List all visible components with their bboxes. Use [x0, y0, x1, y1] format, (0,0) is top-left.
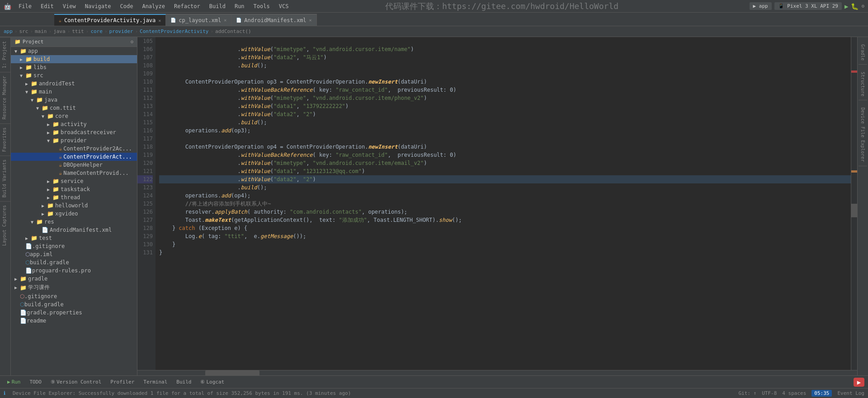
menu-code[interactable]: Code	[117, 2, 137, 10]
menu-edit[interactable]: Edit	[37, 2, 57, 10]
menu-refactor[interactable]: Refactor	[170, 2, 204, 10]
logcat-label: Logcat	[206, 379, 224, 385]
bc-src[interactable]: src	[19, 28, 28, 34]
debug-btn[interactable]: 🐛	[851, 3, 859, 10]
run-button[interactable]: ▶ Run	[4, 378, 24, 386]
tree-helloworld[interactable]: ▶ 📁 helloworld	[11, 201, 137, 210]
terminal-button[interactable]: Terminal	[140, 378, 171, 386]
tree-test[interactable]: ▶ 📁 test	[11, 234, 137, 242]
tree-provider[interactable]: ▼ 📁 provider	[11, 136, 137, 145]
line-numbers: 105 106 107 108 109 110 111 112 113 114 …	[137, 37, 156, 370]
tree-libs[interactable]: ▶ 📁 libs	[11, 63, 137, 71]
play-video-btn[interactable]: ▶	[854, 378, 864, 387]
bc-app[interactable]: app	[4, 28, 13, 34]
tab-android-manifest[interactable]: 📄 AndroidManifest.xml ✕	[231, 14, 316, 26]
indent[interactable]: 4 spaces	[782, 390, 806, 396]
tree-namecontentprovider[interactable]: ☕ NameContentProvid...	[11, 169, 137, 177]
encoding[interactable]: UTF-8	[762, 390, 777, 396]
menu-analyze[interactable]: Analyze	[138, 2, 169, 10]
tree-appiml[interactable]: ⬡ app.iml	[11, 250, 137, 258]
tree-comttit[interactable]: ▼ 📁 com.ttit	[11, 104, 137, 112]
tree-taskstack[interactable]: ▶ 📁 taskstack	[11, 185, 137, 193]
tree-thread[interactable]: ▶ 📁 thread	[11, 193, 137, 201]
tree-proguard[interactable]: 📄 proguard-rules.pro	[11, 267, 137, 275]
tab-close-3[interactable]: ✕	[309, 18, 312, 23]
tree-gitignore-app[interactable]: 📄 .gitignore	[11, 242, 137, 250]
left-tab-build-variants[interactable]: Build Variants	[0, 155, 10, 201]
tab-close-2[interactable]: ✕	[224, 18, 226, 23]
toolbar-more[interactable]: ⚙	[861, 3, 864, 9]
left-tab-resource[interactable]: Resource Manager	[0, 72, 10, 123]
tree-xuexikejian[interactable]: ▶ 📁 学习课件	[11, 283, 137, 292]
tree-xgvideo[interactable]: ▶ 📁 xgvideo	[11, 210, 137, 218]
tab-device-file-explorer[interactable]: Device File Explorer	[859, 104, 867, 166]
tree-label: gradle.properties	[27, 309, 82, 316]
tree-main[interactable]: ▼ 📁 main	[11, 88, 137, 96]
tab-close-1[interactable]: ✕	[158, 18, 161, 23]
expand-arrow: ▼	[14, 49, 20, 54]
tree-androidtest[interactable]: ▶ 📁 androidTest	[11, 80, 137, 88]
menu-run[interactable]: Run	[231, 2, 248, 10]
tree-androidmanifest[interactable]: 📄 AndroidManifest.xml	[11, 226, 137, 234]
tab-structure[interactable]: Structure	[859, 68, 867, 100]
tree-readme[interactable]: 📄 readme	[11, 317, 137, 325]
device-selector[interactable]: ▶ app	[750, 2, 772, 10]
tree-contentprovider2[interactable]: ☕ ContentProvider2Ac...	[11, 145, 137, 153]
profiler-button[interactable]: Profiler	[107, 378, 138, 386]
bc-main[interactable]: main	[35, 28, 47, 34]
build-button[interactable]: Build	[173, 378, 195, 386]
run-btn[interactable]: ▶	[844, 3, 848, 10]
menu-navigate[interactable]: Navigate	[81, 2, 115, 10]
tab-gradle[interactable]: Gradle	[859, 41, 867, 65]
api-selector[interactable]: 📱 Pixel 3 XL API 29	[774, 2, 842, 10]
version-control-button[interactable]: ⑨ Version Control	[47, 378, 105, 386]
tree-java[interactable]: ▼ 📁 java	[11, 96, 137, 104]
bc-method[interactable]: addContact()	[215, 28, 251, 34]
project-settings-icon[interactable]: ⚙	[130, 39, 133, 45]
scroll-thumb[interactable]	[851, 204, 857, 217]
left-tab-project[interactable]: 1: Project	[0, 37, 10, 72]
menu-view[interactable]: View	[59, 2, 80, 10]
code-content[interactable]: .withValue("mimetype", "vnd.android.curs…	[156, 37, 857, 370]
tree-dbopenhelper[interactable]: ☕ DBOpenHelper	[11, 161, 137, 169]
tree-activity[interactable]: ▶ 📁 activity	[11, 120, 137, 128]
left-tab-favorites[interactable]: Favorites	[0, 123, 10, 155]
tree-label: ContentProvider2Ac...	[63, 145, 132, 152]
tree-contentprovideractivity[interactable]: ☕ ContentProviderAct...	[11, 153, 137, 161]
tree-broadcastreceiver[interactable]: ▶ 📁 broadcastreceiver	[11, 128, 137, 136]
code-editor[interactable]: 105 106 107 108 109 110 111 112 113 114 …	[137, 37, 857, 370]
bc-class[interactable]: ContentProviderActivity	[140, 28, 208, 34]
bc-java[interactable]: java	[53, 28, 66, 34]
tree-core[interactable]: ▼ 📁 core	[11, 112, 137, 120]
file-icon-buildg: ⬡	[20, 301, 24, 308]
tree-build[interactable]: ▶ 📁 build	[11, 55, 137, 63]
h-scroll-thumb[interactable]	[205, 370, 259, 375]
tree-build-gradle[interactable]: ⬡ build.gradle	[11, 258, 137, 267]
tree-gradle-root[interactable]: ▶ 📁 gradle	[11, 275, 137, 283]
menu-file[interactable]: File	[15, 2, 35, 10]
tree-gitignore-root[interactable]: ⬡ .gitignore	[11, 292, 137, 300]
bc-provider[interactable]: provider	[109, 28, 133, 34]
left-tab-layout[interactable]: Layout Captures	[0, 201, 10, 249]
tree-app[interactable]: ▼ 📁 app	[11, 47, 137, 55]
tree-service[interactable]: ▶ 📁 service	[11, 177, 137, 185]
tree-root-build-gradle[interactable]: ⬡ build.gradle	[11, 300, 137, 309]
tab-label: ContentProviderActivity.java	[64, 17, 156, 23]
menu-tools[interactable]: Tools	[250, 2, 274, 10]
scrollbar-track[interactable]	[851, 37, 857, 370]
bc-core[interactable]: core	[90, 28, 103, 34]
event-log[interactable]: Event Log	[837, 390, 864, 396]
tree-res[interactable]: ▼ 📁 res	[11, 218, 137, 226]
menu-vcs[interactable]: VCS	[275, 2, 292, 10]
logcat-button[interactable]: ⑥ Logcat	[197, 378, 228, 386]
h-scrollbar[interactable]	[137, 370, 857, 375]
menu-build[interactable]: Build	[206, 2, 229, 10]
tab-cp-layout[interactable]: 📄 cp_layout.xml ✕	[166, 14, 231, 26]
terminal-label: Terminal	[143, 379, 167, 385]
expand-arrow: ▶	[47, 179, 52, 184]
tab-content-provider-activity[interactable]: ☕ ContentProviderActivity.java ✕	[54, 14, 166, 26]
bc-ttit[interactable]: ttit	[72, 28, 84, 34]
tree-src[interactable]: ▼ 📁 src	[11, 71, 137, 80]
tree-gradle-properties[interactable]: 📄 gradle.properties	[11, 309, 137, 317]
todo-button[interactable]: TODO	[26, 378, 46, 386]
